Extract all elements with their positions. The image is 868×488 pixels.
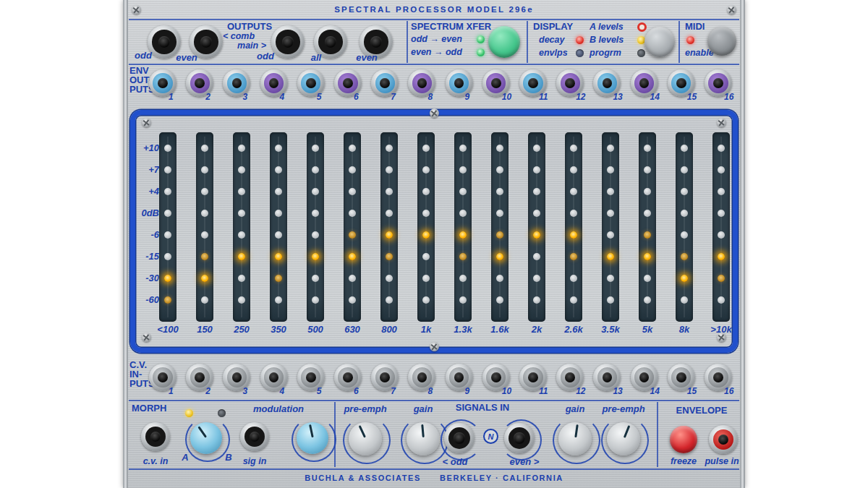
meter-led xyxy=(533,296,540,304)
meter-led xyxy=(386,188,393,195)
gain-left-knob[interactable] xyxy=(407,422,440,455)
meter-led xyxy=(422,145,430,152)
meter-led xyxy=(644,253,651,260)
meter-led xyxy=(644,296,651,304)
a-levels-led xyxy=(637,22,647,32)
cv-input-number: 16 xyxy=(724,386,733,396)
band-frequency-label: 150 xyxy=(197,324,213,335)
meter-led xyxy=(496,210,503,217)
band-frequency-label: 1.6k xyxy=(490,324,509,335)
meter-led xyxy=(238,275,245,282)
meter-led xyxy=(164,188,171,195)
meter-led xyxy=(681,231,688,239)
meter-led xyxy=(644,275,651,282)
meter-band-12 xyxy=(565,132,582,322)
meter-band-4 xyxy=(270,132,287,322)
jack-hole xyxy=(603,372,613,382)
signal-in-odd-jack[interactable] xyxy=(444,423,475,453)
meter-led xyxy=(238,231,245,239)
jack-hole xyxy=(514,432,524,443)
band-frequency-label: 350 xyxy=(271,324,286,335)
spectrum-xfer-button[interactable] xyxy=(488,26,520,58)
module-panel: SPECTRAL PROCESSOR MODEL 296e OUTPUTS < … xyxy=(123,0,745,488)
cv-input-number: 7 xyxy=(391,386,396,396)
band-frequency-label: 800 xyxy=(381,324,397,335)
morph-cv-in-jack[interactable] xyxy=(141,422,170,451)
meter-led xyxy=(570,275,577,282)
jack-hole xyxy=(232,372,242,382)
gain-right-knob[interactable] xyxy=(558,422,592,455)
meter-led xyxy=(164,296,171,304)
meter-led xyxy=(533,231,540,239)
meter-band-2 xyxy=(196,132,213,322)
meter-led xyxy=(349,188,356,195)
meter-led xyxy=(349,231,356,239)
footer: BUCHLA & ASSOCIATES BERKELEY · CALIFORNI… xyxy=(123,474,745,482)
xfer-even-odd-led xyxy=(477,48,485,56)
decay-label: decay xyxy=(539,35,564,45)
meter-led xyxy=(607,275,614,282)
signal-in-even-jack[interactable] xyxy=(504,423,535,453)
meter-led xyxy=(718,231,725,239)
band-frequency-label: 630 xyxy=(344,324,360,335)
panel-screw xyxy=(132,5,141,14)
env-output-number: 3 xyxy=(242,92,247,102)
brand-text: BUCHLA & ASSOCIATES xyxy=(305,474,421,482)
pre-emph-right-knob[interactable] xyxy=(607,422,640,455)
divider xyxy=(407,21,408,63)
meter-led xyxy=(422,253,430,260)
meter-band-5 xyxy=(307,132,324,322)
meter-led xyxy=(570,188,577,195)
midi-enable-button[interactable] xyxy=(707,27,736,56)
morph-ab-knob[interactable] xyxy=(190,422,222,454)
meter-led xyxy=(718,275,725,282)
pulse-in-label: pulse in xyxy=(705,456,739,466)
meter-led xyxy=(718,296,725,304)
midi-enable-led xyxy=(686,36,694,44)
meter-led xyxy=(201,253,208,260)
meter-led xyxy=(644,145,651,152)
meter-led xyxy=(238,145,245,152)
meter-band-6 xyxy=(344,132,361,322)
env-output-number: 4 xyxy=(280,92,285,102)
meter-scale-label: +4 xyxy=(132,186,159,197)
output-jack-main-odd[interactable] xyxy=(271,25,305,59)
freeze-button[interactable] xyxy=(670,426,697,453)
morph-b-led xyxy=(218,409,226,417)
meter-led xyxy=(201,145,208,152)
modulation-knob[interactable] xyxy=(297,422,328,454)
jack-hole xyxy=(491,372,501,382)
meter-led xyxy=(275,275,282,282)
morph-a-label: A xyxy=(182,452,188,463)
jack-hole xyxy=(306,372,316,382)
morph-sig-in-jack[interactable] xyxy=(240,422,269,451)
meter-led xyxy=(607,166,614,174)
meter-band-7 xyxy=(380,132,398,322)
cv-input-number: 2 xyxy=(205,386,210,396)
meter-led xyxy=(164,210,171,217)
jack-hole xyxy=(306,78,316,88)
meter-led xyxy=(459,145,467,152)
meter-band-9 xyxy=(454,132,472,322)
envelope-title: ENVELOPE xyxy=(676,405,728,416)
env-output-number: 5 xyxy=(317,92,322,102)
meter-led xyxy=(607,210,614,217)
display-select-button[interactable] xyxy=(644,27,675,57)
meter-led xyxy=(533,166,540,174)
meter-led xyxy=(349,166,356,174)
cv-input-number: 10 xyxy=(502,386,511,396)
band-frequency-label: <100 xyxy=(157,324,178,335)
jack-hole xyxy=(343,372,353,382)
meter-led xyxy=(644,166,651,174)
meter-led xyxy=(644,231,651,239)
pre-emph-left-knob[interactable] xyxy=(349,422,382,455)
cv-input-number: 13 xyxy=(613,386,622,396)
meter-led xyxy=(312,275,319,282)
morph-sig-in-label: sig in xyxy=(243,456,267,466)
location-text: BERKELEY · CALIFORNIA xyxy=(440,474,563,482)
panel-title: SPECTRAL PROCESSOR MODEL 296e xyxy=(334,5,534,14)
jack-hole xyxy=(158,78,168,88)
meter-band-8 xyxy=(417,132,435,322)
meter-led xyxy=(496,145,503,152)
pulse-in-jack[interactable] xyxy=(709,425,738,454)
